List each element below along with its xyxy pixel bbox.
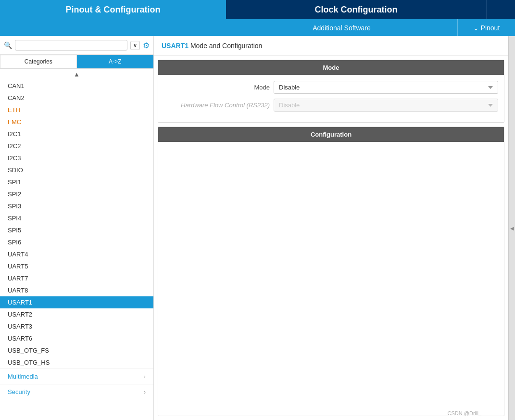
sidebar-item-i2c1[interactable]: I2C1: [0, 128, 153, 140]
pinout-config-label: Pinout & Configuration: [66, 5, 161, 15]
sidebar-list[interactable]: ▲ CAN1CAN2ETHFMCI2C1I2C2I2C3SDIOSPI1SPI2…: [0, 69, 153, 420]
sidebar-section-multimedia[interactable]: Multimedia ›: [0, 369, 153, 384]
multimedia-chevron-icon: ›: [144, 373, 146, 380]
sidebar-item-uart8[interactable]: UART8: [0, 284, 153, 296]
hw-flow-row: Hardware Flow Control (RS232) DisableCTS…: [164, 99, 498, 112]
pinout-config-tab[interactable]: Pinout & Configuration: [0, 0, 226, 19]
mode-select[interactable]: DisableAsynchronousSynchronousSingle Wir…: [274, 81, 498, 94]
sidebar-item-fmc[interactable]: FMC: [0, 116, 153, 128]
sidebar-item-usb-otg-hs[interactable]: USB_OTG_HS: [0, 356, 153, 369]
sidebar-item-spi6[interactable]: SPI6: [0, 236, 153, 248]
sidebar-item-usart2[interactable]: USART2: [0, 308, 153, 320]
hw-flow-select[interactable]: DisableCTS OnlyRTS OnlyCTS/RTS: [274, 99, 498, 112]
sidebar-item-can1[interactable]: CAN1: [0, 80, 153, 92]
security-label: Security: [8, 388, 30, 395]
sidebar-search-row: 🔍 ∨ ⚙: [0, 36, 153, 55]
sidebar-item-spi4[interactable]: SPI4: [0, 212, 153, 224]
sidebar-item-spi2[interactable]: SPI2: [0, 188, 153, 200]
mode-section-header: Mode: [158, 60, 504, 75]
nav-right-area: [486, 0, 515, 19]
collapse-arrow[interactable]: ▲: [0, 69, 153, 80]
sidebar-item-usart3[interactable]: USART3: [0, 320, 153, 332]
sidebar-item-i2c3[interactable]: I2C3: [0, 152, 153, 164]
sidebar-item-eth[interactable]: ETH: [0, 104, 153, 116]
mode-config-rows: Mode DisableAsynchronousSynchronousSingl…: [158, 75, 504, 122]
watermark: CSDN @Drill_: [448, 410, 481, 416]
pinout-label: ⌄ Pinout: [473, 24, 500, 32]
content-header-highlight: USART1: [162, 42, 188, 50]
tab-categories[interactable]: Categories: [0, 55, 77, 68]
sidebar-item-usart6[interactable]: USART6: [0, 332, 153, 344]
search-icon: 🔍: [4, 41, 12, 49]
sidebar-item-uart5[interactable]: UART5: [0, 260, 153, 272]
content-header: USART1 Mode and Configuration: [154, 36, 508, 56]
sidebar-item-uart4[interactable]: UART4: [0, 248, 153, 260]
gear-icon[interactable]: ⚙: [143, 41, 150, 50]
sidebar-tabs: Categories A->Z: [0, 55, 153, 69]
content-area: USART1 Mode and Configuration Mode Mode …: [154, 36, 508, 420]
security-chevron-icon: ›: [144, 389, 146, 395]
content-header-suffix: Mode and Configuration: [188, 42, 262, 50]
sidebar-item-spi3[interactable]: SPI3: [0, 200, 153, 212]
additional-software-tab[interactable]: Additional Software: [226, 19, 457, 36]
second-nav-spacer: [0, 19, 226, 36]
sidebar-section-security[interactable]: Security ›: [0, 384, 153, 399]
clock-config-tab[interactable]: Clock Configuration: [226, 0, 486, 19]
search-dropdown-btn[interactable]: ∨: [130, 41, 140, 50]
hw-flow-label: Hardware Flow Control (RS232): [164, 102, 270, 109]
sidebar-item-spi5[interactable]: SPI5: [0, 224, 153, 236]
sidebar-item-usb-otg-fs[interactable]: USB_OTG_FS: [0, 344, 153, 356]
main-layout: 🔍 ∨ ⚙ Categories A->Z ▲ CAN1CAN2ETHFMCI2…: [0, 36, 515, 420]
search-input[interactable]: [15, 40, 127, 51]
clock-config-label: Clock Configuration: [315, 5, 398, 15]
sidebar-item-can2[interactable]: CAN2: [0, 92, 153, 104]
right-resize-handle[interactable]: [508, 36, 515, 420]
config-section: Configuration: [158, 127, 504, 416]
mode-label: Mode: [164, 84, 270, 91]
sidebar-item-uart7[interactable]: UART7: [0, 272, 153, 284]
sidebar-item-usart1[interactable]: USART1: [0, 296, 153, 308]
sidebar: 🔍 ∨ ⚙ Categories A->Z ▲ CAN1CAN2ETHFMCI2…: [0, 36, 154, 420]
sidebar-item-i2c2[interactable]: I2C2: [0, 140, 153, 152]
config-section-header: Configuration: [158, 127, 504, 142]
mode-row: Mode DisableAsynchronousSynchronousSingl…: [164, 81, 498, 94]
second-nav: Additional Software ⌄ Pinout: [0, 19, 515, 36]
sidebar-item-spi1[interactable]: SPI1: [0, 176, 153, 188]
additional-software-label: Additional Software: [313, 24, 371, 32]
mode-section: Mode Mode DisableAsynchronousSynchronous…: [158, 60, 504, 123]
multimedia-label: Multimedia: [8, 373, 38, 380]
pinout-tab[interactable]: ⌄ Pinout: [457, 19, 515, 36]
sidebar-item-sdio[interactable]: SDIO: [0, 164, 153, 176]
top-nav: Pinout & Configuration Clock Configurati…: [0, 0, 515, 19]
tab-az[interactable]: A->Z: [77, 55, 154, 68]
